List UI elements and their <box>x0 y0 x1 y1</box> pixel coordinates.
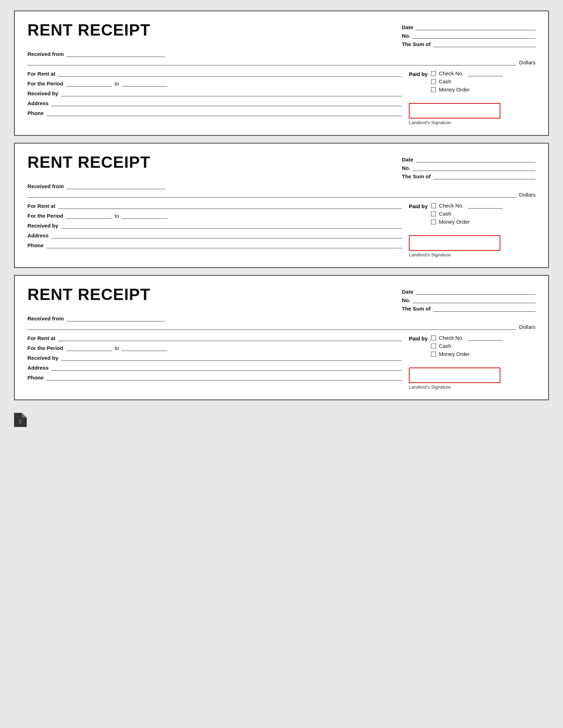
signature-label-1: Landlord's Signature <box>409 120 536 125</box>
sum-line-3[interactable] <box>433 305 536 312</box>
to-label-3: to <box>115 345 119 351</box>
for-rent-line-1[interactable] <box>58 70 402 77</box>
no-row-2: No. <box>402 165 536 171</box>
received-from-section-3: Received from <box>27 315 536 321</box>
no-label-3: No. <box>402 297 410 303</box>
check-checkbox-1[interactable] <box>431 71 436 76</box>
period-row-3: For the Period to <box>27 345 402 351</box>
svg-text::  <box>19 419 21 424</box>
no-line-3[interactable] <box>412 297 536 303</box>
period-to-line-3[interactable] <box>122 345 167 351</box>
full-underline-1[interactable] <box>27 59 516 65</box>
date-line-1[interactable] <box>416 24 536 30</box>
receipt-top-1: RENT RECEIPT Date No. The Sum of <box>27 21 536 47</box>
period-from-line-2[interactable] <box>66 212 112 219</box>
phone-label-3: Phone <box>27 375 44 381</box>
money-order-checkbox-1[interactable] <box>431 87 436 92</box>
date-row-1: Date <box>402 24 536 30</box>
no-line-2[interactable] <box>412 165 536 171</box>
check-no-line-2[interactable] <box>468 203 503 209</box>
period-label-1: For the Period <box>27 81 63 87</box>
received-by-line-1[interactable] <box>61 90 402 96</box>
received-from-label-3: Received from <box>27 315 64 321</box>
received-from-section-2: Received from <box>27 183 536 189</box>
phone-line-2[interactable] <box>46 242 402 248</box>
sum-line-1[interactable] <box>433 41 536 47</box>
received-from-line-1[interactable] <box>67 51 165 57</box>
address-line-1[interactable] <box>51 100 402 106</box>
cash-checkbox-3[interactable] <box>431 344 436 349</box>
signature-box-2[interactable] <box>409 235 500 251</box>
phone-line-3[interactable] <box>46 374 402 381</box>
cash-checkbox-1[interactable] <box>431 79 436 84</box>
dollars-label-3: Dollars <box>519 324 536 330</box>
cash-option-3: Cash <box>431 343 503 349</box>
check-option-3: Check No. <box>431 335 503 341</box>
to-label-1: to <box>115 81 119 87</box>
right-section-3: Paid by Check No. Cash <box>409 335 536 390</box>
middle-section-3: For Rent at For the Period to Received b… <box>27 335 536 390</box>
paid-by-label-2: Paid by <box>409 203 428 209</box>
sum-label-3: The Sum of <box>402 306 431 312</box>
paid-by-row-2: Paid by Check No. Cash <box>409 203 536 225</box>
date-line-2[interactable] <box>416 156 536 162</box>
period-row-2: For the Period to <box>27 212 402 219</box>
for-rent-line-3[interactable] <box>58 335 402 341</box>
no-line-1[interactable] <box>412 32 536 39</box>
received-from-line-2[interactable] <box>67 183 165 189</box>
sum-row-2: The Sum of <box>402 173 536 179</box>
period-from-line-3[interactable] <box>66 345 112 351</box>
cash-checkbox-2[interactable] <box>431 211 436 216</box>
money-order-checkbox-2[interactable] <box>431 219 436 224</box>
receipt-top-2: RENT RECEIPT Date No. The Sum of <box>27 153 536 179</box>
right-section-2: Paid by Check No. Cash <box>409 203 536 257</box>
check-option-2: Check No. <box>431 203 503 209</box>
middle-section-1: For Rent at For the Period to Received b… <box>27 70 536 125</box>
right-section-1: Paid by Check No. Cash <box>409 70 536 125</box>
money-order-checkbox-3[interactable] <box>431 352 436 357</box>
received-by-line-2[interactable] <box>61 222 402 229</box>
period-from-line-1[interactable] <box>66 80 112 87</box>
dollars-label-1: Dollars <box>519 59 536 65</box>
footer:  <box>14 413 549 427</box>
for-rent-line-2[interactable] <box>58 203 402 209</box>
sum-row-1: The Sum of <box>402 41 536 47</box>
signature-section-2: Landlord's Signature <box>409 232 536 257</box>
date-line-3[interactable] <box>416 288 536 295</box>
received-by-line-3[interactable] <box>61 355 402 361</box>
received-from-line-3[interactable] <box>67 315 165 321</box>
phone-label-2: Phone <box>27 242 44 248</box>
signature-box-3[interactable] <box>409 368 500 383</box>
for-rent-row-2: For Rent at <box>27 203 402 209</box>
payment-options-3: Check No. Cash Money Order <box>431 335 503 357</box>
full-underline-2[interactable] <box>27 191 516 198</box>
period-label-3: For the Period <box>27 345 63 351</box>
phone-row-1: Phone <box>27 110 402 116</box>
receipt-title-1: RENT RECEIPT <box>27 21 150 39</box>
sum-line-2[interactable] <box>433 173 536 179</box>
phone-row-2: Phone <box>27 242 402 248</box>
money-order-option-3: Money Order <box>431 351 503 357</box>
phone-line-1[interactable] <box>46 110 402 116</box>
payment-options-2: Check No. Cash Money Order <box>431 203 503 225</box>
check-no-label-1: Check No. <box>439 70 463 76</box>
received-by-label-3: Received by <box>27 355 58 361</box>
period-to-line-1[interactable] <box>122 80 167 87</box>
full-underline-3[interactable] <box>27 324 516 330</box>
received-from-label-1: Received from <box>27 51 64 57</box>
check-checkbox-2[interactable] <box>431 203 436 208</box>
signature-box-1[interactable] <box>409 103 500 119</box>
address-line-2[interactable] <box>51 232 402 238</box>
receipt-title-2: RENT RECEIPT <box>27 153 150 171</box>
address-line-3[interactable] <box>51 364 402 371</box>
check-no-line-3[interactable] <box>468 335 503 341</box>
address-row-3: Address <box>27 364 402 371</box>
check-checkbox-3[interactable] <box>431 336 436 340</box>
check-no-line-1[interactable] <box>468 71 503 76</box>
signature-section-1: Landlord's Signature <box>409 100 536 125</box>
for-rent-label-2: For Rent at <box>27 203 55 209</box>
document-icon:  <box>14 413 27 427</box>
check-no-label-3: Check No. <box>439 335 463 341</box>
signature-section-3: Landlord's Signature <box>409 364 536 390</box>
period-to-line-2[interactable] <box>122 212 167 219</box>
